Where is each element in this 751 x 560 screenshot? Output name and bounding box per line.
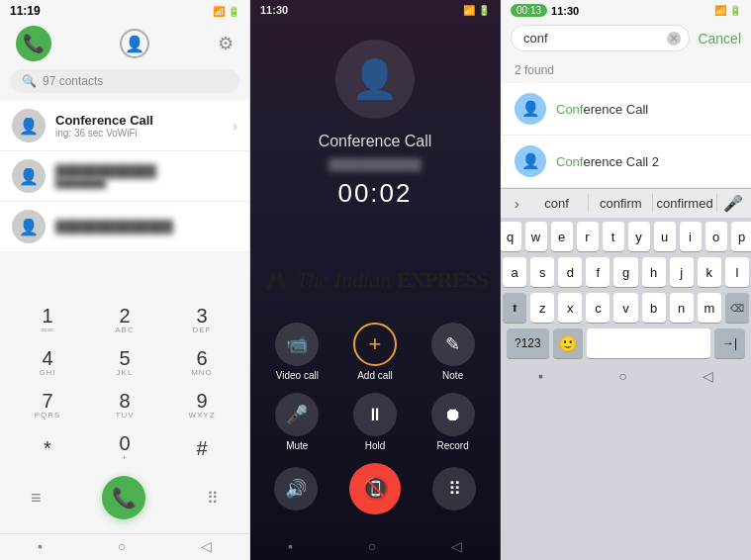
note-label: Note (442, 370, 463, 381)
key-r[interactable]: r (577, 222, 599, 251)
dial-key-7[interactable]: 7PQRS (10, 385, 85, 425)
key-b[interactable]: b (642, 293, 666, 323)
contacts-search-bar[interactable]: 🔍 97 contacts (10, 69, 239, 93)
dialpad: 1∞∞ 2ABC 3DEF 4GHI 5JKL 6MNO 7PQRS 8TUV … (0, 292, 249, 533)
key-a[interactable]: a (503, 257, 526, 287)
end-call-button[interactable]: 📵 (349, 463, 401, 514)
key-shift[interactable]: ⬆ (503, 293, 526, 323)
key-u[interactable]: u (654, 222, 676, 251)
hold-label: Hold (365, 440, 386, 451)
phone-icon[interactable]: 📞 (16, 26, 51, 61)
call-row-end: 🔊 📵 ⠿ (258, 463, 492, 514)
menu-icon[interactable]: ≡ (31, 488, 42, 509)
chevron-icon-kb[interactable]: › (509, 196, 525, 212)
key-y[interactable]: y (628, 222, 650, 251)
hold-button[interactable]: ⏸ Hold (353, 393, 397, 451)
suggestion-conf[interactable]: conf (525, 194, 590, 213)
bottom-nav-call: ▪ ○ ◁ (250, 534, 500, 560)
call-panel: 11:30 📶 🔋 👤 Conference Call ████████████… (250, 0, 501, 560)
key-x[interactable]: x (558, 293, 582, 323)
contact-item-3[interactable]: 👤 ██████████████ (0, 202, 249, 252)
key-j[interactable]: j (670, 257, 694, 287)
cancel-search-button[interactable]: Cancel (698, 31, 741, 47)
key-t[interactable]: t (603, 222, 624, 251)
keypad-button[interactable]: ⠿ (432, 467, 476, 511)
speaker-button[interactable]: 🔊 (274, 467, 318, 511)
key-m[interactable]: m (698, 293, 721, 323)
suggestion-confirm[interactable]: confirm (589, 194, 653, 213)
result-suffix-2: erence Call 2 (583, 154, 659, 169)
key-space[interactable] (587, 328, 710, 358)
key-l[interactable]: l (725, 257, 749, 287)
result-name-1: Conference Call (556, 102, 648, 117)
key-p[interactable]: p (731, 222, 752, 251)
mute-button[interactable]: 🎤 Mute (275, 393, 319, 451)
suggestion-confirmed[interactable]: confirmed (653, 194, 717, 213)
result-suffix-1: erence Call (583, 102, 648, 117)
bottom-nav-contacts: ▪ ○ ◁ (0, 533, 249, 560)
add-call-button[interactable]: + Add call (353, 323, 397, 381)
note-button[interactable]: ✎ Note (431, 323, 475, 381)
key-z[interactable]: z (530, 293, 554, 323)
video-call-label: Video call (276, 370, 319, 381)
nav-triangle-call[interactable]: ◁ (451, 538, 462, 554)
key-s[interactable]: s (530, 257, 554, 287)
key-k[interactable]: k (698, 257, 721, 287)
key-c[interactable]: c (586, 293, 610, 323)
call-button[interactable]: 📞 (102, 476, 145, 519)
key-num[interactable]: ?123 (507, 328, 549, 358)
dial-key-5[interactable]: 5JKL (87, 342, 162, 383)
dial-key-star[interactable]: * (10, 427, 85, 468)
key-v[interactable]: v (613, 293, 637, 323)
key-h[interactable]: h (642, 257, 666, 287)
key-q[interactable]: q (500, 222, 521, 251)
dial-key-6[interactable]: 6MNO (164, 342, 239, 383)
key-e[interactable]: e (551, 222, 573, 251)
dial-key-1[interactable]: 1∞∞ (10, 300, 85, 340)
bottom-nav-search: ▪ ○ ◁ (501, 364, 751, 390)
dial-key-hash[interactable]: # (164, 427, 239, 468)
key-go[interactable]: →| (714, 328, 745, 358)
clear-search-button[interactable]: ✕ (667, 32, 681, 46)
record-button[interactable]: ⏺ Record (431, 393, 475, 451)
dial-key-9[interactable]: 9WXYZ (164, 385, 239, 425)
dial-key-0[interactable]: 0+ (87, 427, 162, 468)
nav-circle[interactable]: ○ (118, 538, 126, 554)
person-icon[interactable]: 👤 (120, 29, 149, 58)
search-result-2[interactable]: 👤 Conference Call 2 (501, 136, 751, 188)
search-input-container[interactable]: conf ✕ (511, 25, 690, 51)
key-i[interactable]: i (680, 222, 702, 251)
key-d[interactable]: d (558, 257, 582, 287)
keyboard-row-1: q w e r t y u i o p (503, 222, 749, 251)
key-w[interactable]: w (525, 222, 547, 251)
nav-circle-call[interactable]: ○ (368, 538, 376, 554)
video-call-button[interactable]: 📹 Video call (275, 323, 319, 381)
dialpad-icon[interactable]: ⠿ (207, 489, 219, 508)
nav-triangle[interactable]: ◁ (201, 538, 212, 554)
avatar-3: 👤 (12, 210, 46, 243)
nav-triangle-search[interactable]: ◁ (703, 368, 713, 384)
dial-key-2[interactable]: 2ABC (87, 300, 162, 340)
key-backspace[interactable]: ⌫ (725, 293, 749, 323)
contact-item-conference[interactable]: 👤 Conference Call ing: 36 sec VoWiFi › (0, 101, 249, 151)
nav-circle-search[interactable]: ○ (618, 368, 626, 384)
video-call-icon: 📹 (275, 323, 319, 366)
call-avatar-area: 👤 Conference Call ████████████ 00:02 (319, 20, 432, 323)
dial-key-8[interactable]: 8TUV (87, 385, 162, 425)
svg-marker-0 (266, 270, 286, 290)
contacts-panel: 11:19 📶 🔋 📞 👤 ⚙ 🔍 97 contacts 👤 Conferen… (0, 0, 250, 560)
nav-square-call[interactable]: ▪ (288, 538, 293, 554)
dial-key-3[interactable]: 3DEF (164, 300, 239, 340)
key-g[interactable]: g (613, 257, 637, 287)
nav-square-search[interactable]: ▪ (538, 368, 543, 384)
microphone-icon[interactable]: 🎤 (717, 194, 743, 213)
settings-icon[interactable]: ⚙ (218, 33, 234, 54)
contact-item-2[interactable]: 👤 ████████████ ████████ (0, 151, 249, 202)
search-result-1[interactable]: 👤 Conference Call (501, 83, 751, 136)
nav-square-left[interactable]: ▪ (38, 538, 43, 554)
key-emoji[interactable]: 🙂 (553, 328, 583, 358)
key-o[interactable]: o (705, 222, 727, 251)
dial-key-4[interactable]: 4GHI (10, 342, 85, 383)
key-f[interactable]: f (586, 257, 610, 287)
key-n[interactable]: n (670, 293, 694, 323)
